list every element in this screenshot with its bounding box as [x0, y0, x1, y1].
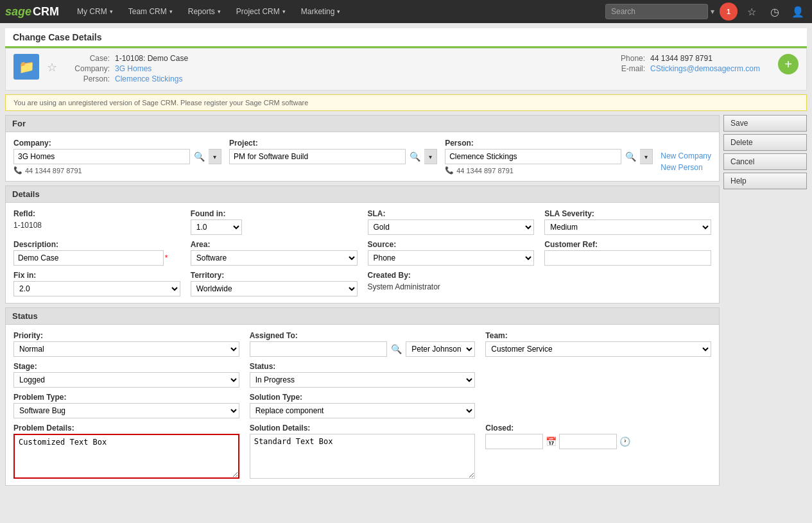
project-search-icon[interactable]: 🔍	[408, 150, 422, 163]
area-select[interactable]: SoftwareHardwareOther	[191, 250, 358, 266]
unregistered-banner: You are using an unregistered version of…	[5, 94, 807, 111]
company-search-icon[interactable]: 🔍	[193, 150, 206, 163]
person-search-icon[interactable]: 🔍	[624, 150, 637, 163]
chevron-down-icon: ▾	[337, 8, 340, 15]
sla-select[interactable]: GoldSilverBronze	[368, 219, 535, 235]
assigned-to-select[interactable]: Peter Johnson	[406, 341, 475, 357]
company-field-label: Company:	[13, 139, 221, 148]
priority-group: Priority: LowNormalHighUrgent	[13, 331, 239, 357]
entity-details: Case: 1-10108: Demo Case Company: 3G Hom…	[65, 54, 592, 85]
chevron-down-icon: ▾	[169, 8, 173, 15]
found-in-label: Found in:	[191, 209, 358, 218]
customer-ref-label: Customer Ref:	[544, 240, 711, 249]
profile-icon[interactable]: 👤	[789, 3, 807, 21]
project-field-label: Project:	[229, 139, 437, 148]
logo: sage CRM	[5, 5, 59, 19]
required-icon: *	[165, 253, 168, 262]
status-section-body: Priority: LowNormalHighUrgent Assigned T…	[6, 325, 719, 485]
top-navigation: sage CRM My CRM ▾ Team CRM ▾ Reports ▾ P…	[0, 0, 812, 23]
project-dropdown-icon[interactable]: ▾	[424, 149, 437, 164]
assigned-search-icon[interactable]: 🔍	[390, 343, 403, 356]
found-in-select[interactable]: 1.02.03.0	[191, 219, 242, 235]
solution-details-label: Solution Details:	[250, 424, 476, 433]
cancel-button[interactable]: Cancel	[723, 153, 807, 170]
status-select[interactable]: OpenIn ProgressClosed	[250, 372, 476, 388]
found-in-group: Found in: 1.02.03.0	[191, 209, 358, 235]
assigned-to-search-input[interactable]	[250, 341, 388, 357]
description-input[interactable]	[13, 250, 164, 266]
person-phone-value: 44 1344 897 8791	[456, 167, 514, 175]
created-by-group: Created By: System Administrator	[368, 271, 712, 296]
new-company-link[interactable]: New Company	[661, 151, 711, 160]
favorite-star-icon[interactable]: ☆	[47, 60, 57, 74]
refid-value: 1-10108	[13, 221, 180, 230]
person-input[interactable]	[445, 149, 621, 164]
clock-icon[interactable]: 🕐	[619, 436, 630, 447]
source-select[interactable]: EmailPhoneWeb	[368, 250, 535, 266]
case-label: Case:	[65, 54, 110, 63]
company-link[interactable]: 3G Homes	[115, 64, 151, 73]
notifications-icon[interactable]: 1	[720, 3, 738, 21]
delete-button[interactable]: Delete	[723, 134, 807, 151]
for-grid: Company: 🔍 ▾ 📞 44 1344 897 8791	[13, 139, 711, 175]
add-fab-button[interactable]: +	[778, 54, 799, 74]
nav-marketing[interactable]: Marketing ▾	[293, 0, 349, 23]
solution-details-group: Solution Details: Standard Text Box	[250, 424, 476, 479]
case-value: 1-10108: Demo Case	[115, 54, 188, 63]
sla-group: SLA: GoldSilverBronze	[368, 209, 535, 235]
details-section-header: Details	[6, 186, 719, 203]
team-select[interactable]: Customer ServiceSalesSupport	[485, 341, 711, 357]
solution-type-select[interactable]: Replace componentPatchUpgrade	[250, 403, 476, 418]
solution-details-textarea[interactable]: Standard Text Box	[250, 434, 476, 479]
details-section-body: Refld: 1-10108 Found in: 1.02.03.0	[6, 203, 719, 303]
closed-label: Closed:	[485, 424, 711, 433]
created-by-label: Created By:	[368, 271, 712, 280]
history-icon[interactable]: ◷	[766, 3, 784, 21]
new-person-link[interactable]: New Person	[661, 163, 711, 172]
person-dropdown-icon[interactable]: ▾	[640, 149, 653, 164]
project-input[interactable]	[229, 149, 406, 164]
person-label: Person:	[65, 74, 110, 83]
customer-ref-input[interactable]	[544, 250, 711, 266]
nav-team-crm[interactable]: Team CRM ▾	[121, 0, 180, 23]
main-content: For Company: 🔍 ▾ 📞	[5, 115, 720, 490]
status-spacer	[485, 362, 711, 388]
email-link[interactable]: CStickings@demosagecrm.com	[650, 64, 760, 73]
solution-type-group: Solution Type: Replace componentPatchUpg…	[250, 393, 476, 418]
details-section: Details Refld: 1-10108 Found in:	[5, 185, 720, 304]
fix-in-label: Fix in:	[13, 271, 180, 280]
search-input[interactable]	[605, 4, 708, 19]
favorites-icon[interactable]: ☆	[743, 3, 761, 21]
case-icon: 📁	[13, 54, 39, 80]
save-button[interactable]: Save	[723, 115, 807, 132]
sla-severity-select[interactable]: LowMediumHigh	[544, 219, 711, 235]
details-grid: Refld: 1-10108 Found in: 1.02.03.0	[13, 209, 711, 296]
closed-time-input[interactable]	[559, 434, 617, 449]
phone-label: Phone:	[600, 54, 645, 63]
nav-reports[interactable]: Reports ▾	[180, 0, 229, 23]
status-grid-row2: Stage: LoggedIn ProgressClosed Status: O…	[13, 362, 711, 388]
stage-select[interactable]: LoggedIn ProgressClosed	[13, 372, 239, 388]
closed-date-input[interactable]	[485, 434, 543, 449]
problem-type-select[interactable]: Software BugHardware FaultUser Error	[13, 403, 239, 418]
help-button[interactable]: Help	[723, 173, 807, 189]
search-dropdown-arrow[interactable]: ▾	[711, 7, 714, 16]
nav-my-crm[interactable]: My CRM ▾	[69, 0, 121, 23]
fix-in-select[interactable]: 1.02.03.0	[13, 281, 180, 296]
person-link[interactable]: Clemence Stickings	[115, 74, 182, 83]
company-input[interactable]	[13, 149, 190, 164]
content-area: Change Case Details 📁 ☆ Case: 1-10108: D…	[0, 23, 812, 523]
email-label: E-mail:	[600, 64, 645, 73]
problem-details-textarea[interactable]: Customized Text Box	[13, 434, 239, 479]
closed-group: Closed: 📅 🕐	[485, 424, 711, 479]
company-col: Company: 🔍 ▾ 📞 44 1344 897 8791	[13, 139, 221, 175]
nav-project-crm[interactable]: Project CRM ▾	[229, 0, 293, 23]
calendar-icon[interactable]: 📅	[546, 436, 557, 447]
person-field-label: Person:	[445, 139, 653, 148]
company-dropdown-icon[interactable]: ▾	[209, 149, 221, 164]
area-group: Area: SoftwareHardwareOther	[191, 240, 358, 266]
for-section-header: For	[6, 116, 719, 132]
territory-select[interactable]: WorldwideAmericasEurope	[191, 281, 358, 296]
status-grid-row1: Priority: LowNormalHighUrgent Assigned T…	[13, 331, 711, 357]
priority-select[interactable]: LowNormalHighUrgent	[13, 341, 239, 357]
